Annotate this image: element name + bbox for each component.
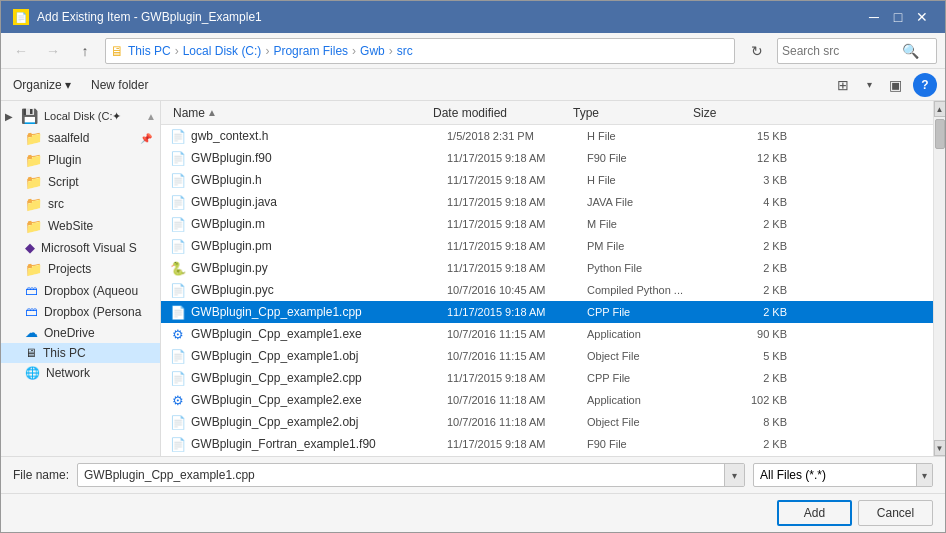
breadcrumb-programfiles[interactable]: Program Files [273, 44, 348, 58]
file-name: GWBplugin_Cpp_example2.cpp [191, 371, 447, 385]
sidebar-item-website[interactable]: 📁 WebSite [1, 215, 160, 237]
sidebar-item-localdisk[interactable]: ▶ 💾 Local Disk (C:✦ ▲ [1, 105, 160, 127]
sidebar-website-label: WebSite [48, 219, 93, 233]
filename-dropdown-button[interactable]: ▾ [724, 464, 744, 486]
scrollbar-thumb[interactable] [935, 119, 945, 149]
file-type-icon: ⚙ [169, 391, 187, 409]
sidebar-item-plugin[interactable]: 📁 Plugin [1, 149, 160, 171]
sidebar-item-vs[interactable]: ◆ Microsoft Visual S [1, 237, 160, 258]
filename-input[interactable] [78, 468, 724, 482]
sidebar-network-label: Network [46, 366, 90, 380]
scrollbar-up-arrow[interactable]: ▲ [934, 101, 946, 117]
file-list[interactable]: 📄 gwb_context.h 1/5/2018 2:31 PM H File … [161, 125, 933, 456]
sidebar-localdisk-label: Local Disk (C:✦ [44, 110, 121, 123]
forward-button[interactable]: → [41, 39, 65, 63]
file-size: 2 KB [707, 262, 787, 274]
column-header-type[interactable]: Type [569, 106, 689, 120]
sidebar-item-thispc[interactable]: 🖥 This PC [1, 343, 160, 363]
breadcrumb-thispc[interactable]: This PC [128, 44, 171, 58]
search-input[interactable] [782, 44, 902, 58]
pane-button[interactable]: ▣ [881, 73, 909, 97]
table-row[interactable]: ⚙ GWBplugin_Cpp_example1.exe 10/7/2016 1… [161, 323, 933, 345]
view-list-button[interactable]: ⊞ [829, 73, 857, 97]
file-date: 11/17/2015 9:18 AM [447, 218, 587, 230]
table-row[interactable]: 📄 GWBplugin.pm 11/17/2015 9:18 AM PM Fil… [161, 235, 933, 257]
search-button[interactable]: 🔍 [902, 43, 919, 59]
filename-input-wrap: ▾ [77, 463, 745, 487]
table-row[interactable]: 📄 GWBplugin.pyc 10/7/2016 10:45 AM Compi… [161, 279, 933, 301]
column-header-name[interactable]: Name ▲ [169, 106, 429, 120]
table-row[interactable]: 🐍 GWBplugin.py 11/17/2015 9:18 AM Python… [161, 257, 933, 279]
folder-icon: 📁 [25, 130, 42, 146]
filetype-dropdown-button[interactable]: ▾ [916, 464, 932, 486]
file-type: Compiled Python ... [587, 284, 707, 296]
file-date: 10/7/2016 11:15 AM [447, 350, 587, 362]
breadcrumb-folder-icon: 🖥 [110, 43, 124, 59]
sidebar-item-script[interactable]: 📁 Script [1, 171, 160, 193]
filetype-input[interactable] [754, 468, 916, 482]
column-header-date[interactable]: Date modified [429, 106, 569, 120]
table-row[interactable]: ⚙ GWBplugin_Cpp_example2.exe 10/7/2016 1… [161, 389, 933, 411]
file-type-icon: 📄 [169, 237, 187, 255]
table-row[interactable]: 📄 GWBplugin.f90 11/17/2015 9:18 AM F90 F… [161, 147, 933, 169]
sidebar-dropbox1-label: Dropbox (Aqueou [44, 284, 138, 298]
folder-icon: 📁 [25, 152, 42, 168]
table-row[interactable]: 📄 GWBplugin_Fortran_example1.f90 11/17/2… [161, 433, 933, 455]
sidebar-item-dropbox1[interactable]: 🗃 Dropbox (Aqueou [1, 280, 160, 301]
table-row[interactable]: 📄 GWBplugin_Cpp_example2.cpp 11/17/2015 … [161, 367, 933, 389]
breadcrumb-path: This PC › Local Disk (C:) › Program File… [128, 44, 413, 58]
folder-icon: 📁 [25, 174, 42, 190]
thispc-icon: 🖥 [25, 346, 37, 360]
sidebar-item-onedrive[interactable]: ☁ OneDrive [1, 322, 160, 343]
scrollbar-down-arrow[interactable]: ▼ [934, 440, 946, 456]
table-row[interactable]: 📄 GWBplugin.m 11/17/2015 9:18 AM M File … [161, 213, 933, 235]
file-name: GWBplugin_Cpp_example1.obj [191, 349, 447, 363]
file-name: GWBplugin_Cpp_example2.exe [191, 393, 447, 407]
help-button[interactable]: ? [913, 73, 937, 97]
main-content: ▶ 💾 Local Disk (C:✦ ▲ 📁 saalfeld 📌 📁 Plu… [1, 101, 945, 456]
file-date: 1/5/2018 2:31 PM [447, 130, 587, 142]
file-size: 2 KB [707, 438, 787, 450]
close-button[interactable]: ✕ [911, 6, 933, 28]
breadcrumb-gwb[interactable]: Gwb [360, 44, 385, 58]
sidebar-item-dropbox2[interactable]: 🗃 Dropbox (Persona [1, 301, 160, 322]
right-scrollbar[interactable]: ▲ ▼ [933, 101, 945, 456]
table-row[interactable]: 📄 GWBplugin_Cpp_example1.obj 10/7/2016 1… [161, 345, 933, 367]
back-button[interactable]: ← [9, 39, 33, 63]
search-box: 🔍 [777, 38, 937, 64]
maximize-button[interactable]: □ [887, 6, 909, 28]
new-folder-button[interactable]: New folder [87, 76, 152, 94]
view-controls: ⊞ ▾ ▣ ? [829, 73, 937, 97]
file-list-header: Name ▲ Date modified Type Size [161, 101, 933, 125]
table-row[interactable]: 📄 gwb_context.h 1/5/2018 2:31 PM H File … [161, 125, 933, 147]
breadcrumb-localdisk[interactable]: Local Disk (C:) [183, 44, 262, 58]
file-name: GWBplugin.pyc [191, 283, 447, 297]
folder-icon: 📁 [25, 196, 42, 212]
navigation-toolbar: ← → ↑ 🖥 This PC › Local Disk (C:) › Prog… [1, 33, 945, 69]
scrollbar-track [934, 117, 945, 440]
sidebar-arrow-up: ▲ [146, 111, 156, 122]
breadcrumb-src[interactable]: src [397, 44, 413, 58]
view-dropdown-button[interactable]: ▾ [861, 73, 877, 97]
file-type-icon: 📄 [169, 369, 187, 387]
minimize-button[interactable]: ─ [863, 6, 885, 28]
sidebar-item-projects[interactable]: 📁 Projects [1, 258, 160, 280]
title-bar-controls: ─ □ ✕ [863, 6, 933, 28]
up-button[interactable]: ↑ [73, 39, 97, 63]
dropbox-icon: 🗃 [25, 283, 38, 298]
table-row[interactable]: 📄 GWBplugin.java 11/17/2015 9:18 AM JAVA… [161, 191, 933, 213]
cancel-button[interactable]: Cancel [858, 500, 933, 526]
table-row[interactable]: 📄 GWBplugin.h 11/17/2015 9:18 AM H File … [161, 169, 933, 191]
file-size: 8 KB [707, 416, 787, 428]
add-button[interactable]: Add [777, 500, 852, 526]
table-row[interactable]: 📄 GWBplugin_Cpp_example2.obj 10/7/2016 1… [161, 411, 933, 433]
organize-button[interactable]: Organize ▾ [9, 76, 75, 94]
column-header-size[interactable]: Size [689, 106, 769, 120]
sidebar-item-saalfeld[interactable]: 📁 saalfeld 📌 [1, 127, 160, 149]
sidebar-item-src[interactable]: 📁 src [1, 193, 160, 215]
sidebar-item-network[interactable]: 🌐 Network [1, 363, 160, 383]
table-row[interactable]: 📄 GWBplugin_Cpp_example1.cpp 11/17/2015 … [161, 301, 933, 323]
file-name: GWBplugin.pm [191, 239, 447, 253]
breadcrumb-bar: 🖥 This PC › Local Disk (C:) › Program Fi… [105, 38, 735, 64]
refresh-button[interactable]: ↻ [745, 39, 769, 63]
